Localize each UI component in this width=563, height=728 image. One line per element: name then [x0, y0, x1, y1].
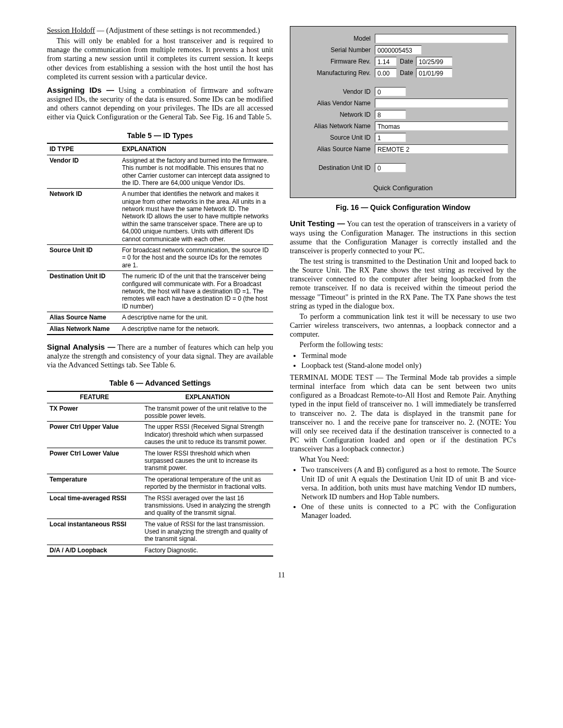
mfg-date-label: Date — [397, 69, 416, 77]
table-row: Network IDA number that identifies the n… — [47, 189, 273, 245]
mfg-date-field[interactable]: 01/01/99 — [416, 68, 452, 78]
unit-testing-p2: The test string is transmitted to the De… — [290, 257, 516, 311]
needs-list: Two transceivers (A and B) configured as… — [290, 465, 516, 520]
firmware-field[interactable]: 1.14 — [375, 57, 397, 66]
tests-list: Terminal mode Loopback test (Stand-alone… — [290, 351, 516, 370]
perform-tests-label: Perform the following tests: — [290, 340, 516, 349]
table-row: Local instantaneous RSSIThe value of RSS… — [47, 519, 273, 545]
serial-label: Serial Number — [298, 46, 375, 54]
assigning-ids-heading: Assigning IDs — — [47, 85, 114, 94]
alias-vendor-field[interactable] — [375, 98, 508, 108]
mfg-field[interactable]: 0.00 — [375, 68, 397, 78]
signal-analysis-heading: Signal Analysis — — [47, 342, 115, 351]
vendor-id-field[interactable]: 0 — [375, 87, 406, 96]
table-row: Destination Unit IDThe numeric ID of the… — [47, 271, 273, 312]
table6-header: FEATURE EXPLANATION — [47, 391, 273, 403]
firmware-date-field[interactable]: 10/25/99 — [416, 57, 452, 66]
alias-vendor-label: Alias Vendor Name — [298, 100, 375, 107]
network-id-field[interactable]: 8 — [375, 110, 406, 119]
what-you-need-label: What You Need: — [290, 455, 516, 464]
alias-network-field[interactable]: Thomas — [375, 121, 508, 131]
table-row: TX PowerThe transmit power of the unit r… — [47, 403, 273, 422]
fig16-caption: Fig. 16 — Quick Configuration Window — [290, 203, 516, 212]
session-holdoff-para: Session Holdoff — (Adjustment of these s… — [47, 26, 273, 35]
terminal-mode-para: TERMINAL MODE TEST — The Terminal Mode t… — [290, 373, 516, 453]
source-id-field[interactable]: 1 — [375, 133, 406, 142]
assigning-ids-para: Assigning IDs — Using a combination of f… — [47, 85, 273, 122]
quick-config-window: Model Serial Number 0000005453 Firmware … — [290, 26, 516, 198]
terminal-mode-body: — The Terminal Mode tab provides a simpl… — [290, 373, 516, 453]
list-item: Loopback test (Stand-alone model only) — [301, 361, 516, 370]
table-row: Vendor IDAssigned at the factory and bur… — [47, 155, 273, 189]
table5-h2: EXPLANATION — [119, 143, 273, 155]
table6-h1: FEATURE — [47, 391, 142, 403]
session-holdoff-desc: This will only be enabled for a host tra… — [47, 36, 273, 81]
table5: ID TYPE EXPLANATION Vendor IDAssigned at… — [47, 143, 273, 335]
table-row: Power Ctrl Upper ValueThe upper RSSI (Re… — [47, 422, 273, 448]
table-row: Source Unit IDFor broadcast network comm… — [47, 245, 273, 271]
dest-id-field[interactable]: 0 — [375, 163, 406, 172]
table-row: Alias Source NameA descriptive name for … — [47, 312, 273, 323]
model-label: Model — [298, 35, 375, 42]
table-row: Power Ctrl Lower ValueThe lower RSSI thr… — [47, 448, 273, 474]
table-row: Alias Network NameA descriptive name for… — [47, 323, 273, 335]
vendor-id-label: Vendor ID — [298, 88, 375, 95]
firmware-date-label: Date — [397, 58, 416, 65]
table6-title: Table 6 — Advanced Settings — [47, 379, 273, 388]
page-number: 11 — [47, 571, 516, 580]
quick-config-label: Quick Configuration — [298, 184, 508, 192]
list-item: One of these units is connected to a PC … — [301, 502, 516, 520]
signal-analysis-para: Signal Analysis — There are a number of … — [47, 342, 273, 369]
session-holdoff-tail: — (Adjustment of these settings is not r… — [95, 26, 260, 34]
terminal-mode-label: TERMINAL MODE TEST — [290, 373, 373, 381]
table5-h1: ID TYPE — [47, 143, 119, 155]
table5-title: Table 5 — ID Types — [47, 131, 273, 140]
unit-testing-para: Unit Testing — You can test the operatio… — [290, 219, 516, 255]
table-row: Local time-averaged RSSIThe RSSI average… — [47, 492, 273, 519]
list-item: Two transceivers (A and B) configured as… — [301, 465, 516, 501]
table5-header: ID TYPE EXPLANATION — [47, 143, 273, 155]
alias-network-label: Alias Network Name — [298, 122, 375, 130]
table6: FEATURE EXPLANATION TX PowerThe transmit… — [47, 391, 273, 557]
network-id-label: Network ID — [298, 111, 375, 118]
source-id-label: Source Unit ID — [298, 134, 375, 141]
dest-id-label: Destination Unit ID — [298, 164, 375, 171]
unit-testing-heading: Unit Testing — — [290, 219, 345, 228]
list-item: Terminal mode — [301, 351, 516, 360]
firmware-label: Firmware Rev. — [298, 58, 375, 65]
unit-testing-p3: To perform a communication link test it … — [290, 312, 516, 339]
serial-field[interactable]: 0000005453 — [375, 45, 422, 55]
model-field[interactable] — [375, 34, 508, 43]
table6-h2: EXPLANATION — [142, 391, 273, 403]
alias-source-field[interactable]: REMOTE 2 — [375, 144, 508, 154]
table-row: D/A / A/D LoopbackFactory Diagnostic. — [47, 545, 273, 556]
mfg-label: Manufacturing Rev. — [298, 69, 375, 77]
alias-source-label: Alias Source Name — [298, 145, 375, 153]
session-holdoff-label: Session Holdoff — [47, 26, 95, 34]
table-row: TemperatureThe operational temperature o… — [47, 474, 273, 492]
